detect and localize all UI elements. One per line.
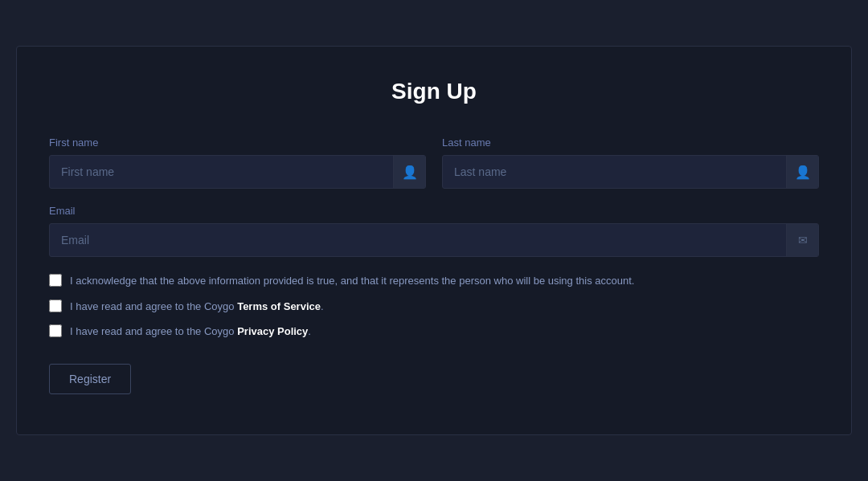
- person-icon: 👤: [402, 165, 418, 180]
- last-name-input[interactable]: [443, 156, 786, 188]
- privacy-text: I have read and agree to the Coygo Priva…: [70, 324, 311, 340]
- acknowledgement-checkbox[interactable]: [49, 274, 62, 287]
- page-title: Sign Up: [49, 79, 819, 104]
- person-icon-2: 👤: [795, 165, 811, 180]
- privacy-checkbox-group: I have read and agree to the Coygo Priva…: [49, 324, 819, 340]
- email-icon-box: ✉: [786, 224, 818, 256]
- first-name-input-wrapper: 👤: [49, 155, 426, 189]
- last-name-icon-box: 👤: [786, 156, 818, 188]
- tos-text: I have read and agree to the Coygo Terms…: [70, 299, 324, 315]
- name-row: First name 👤 Last name 👤: [49, 137, 819, 189]
- email-label: Email: [49, 205, 819, 217]
- last-name-label: Last name: [442, 137, 819, 149]
- email-row: Email ✉: [49, 205, 819, 257]
- acknowledgement-checkbox-group: I acknowledge that the above information…: [49, 273, 819, 289]
- first-name-input[interactable]: [50, 156, 393, 188]
- tos-checkbox-group: I have read and agree to the Coygo Terms…: [49, 299, 819, 315]
- first-name-group: First name 👤: [49, 137, 426, 189]
- last-name-group: Last name 👤: [442, 137, 819, 189]
- checkboxes-section: I acknowledge that the above information…: [49, 273, 819, 340]
- signup-container: Sign Up First name 👤 Last name 👤: [16, 46, 852, 435]
- privacy-prefix: I have read and agree to the Coygo: [70, 325, 237, 337]
- privacy-link[interactable]: Privacy Policy: [237, 325, 308, 337]
- email-icon: ✉: [798, 234, 808, 247]
- first-name-icon-box: 👤: [393, 156, 425, 188]
- last-name-input-wrapper: 👤: [442, 155, 819, 189]
- email-group: Email ✉: [49, 205, 819, 257]
- email-input[interactable]: [50, 224, 786, 256]
- first-name-label: First name: [49, 137, 426, 149]
- acknowledgement-text: I acknowledge that the above information…: [70, 273, 634, 289]
- tos-suffix: .: [321, 300, 324, 312]
- email-input-wrapper: ✉: [49, 223, 819, 257]
- tos-link[interactable]: Terms of Service: [237, 300, 321, 312]
- tos-checkbox[interactable]: [49, 300, 62, 312]
- privacy-suffix: .: [308, 325, 311, 337]
- tos-prefix: I have read and agree to the Coygo: [70, 300, 237, 312]
- register-button[interactable]: Register: [49, 364, 131, 394]
- privacy-checkbox[interactable]: [49, 324, 62, 337]
